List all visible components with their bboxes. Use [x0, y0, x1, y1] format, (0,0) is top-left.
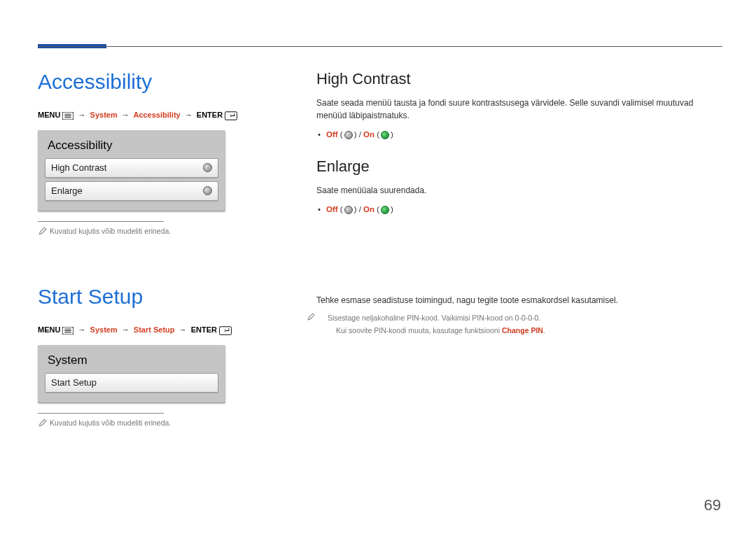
row-label: Start Setup	[51, 377, 97, 388]
toggle-off-icon	[203, 186, 212, 195]
note-text: Sisestage neljakohaline PIN-kood. Vaikim…	[328, 314, 540, 322]
enlarge-heading: Enlarge	[316, 157, 722, 176]
arrow-icon: →	[78, 325, 86, 334]
right-column: High Contrast Saate seada menüü tausta j…	[316, 70, 722, 232]
note-separator	[38, 221, 164, 222]
note-post: .	[543, 326, 545, 335]
enlarge-desc: Saate menüüala suurendada.	[316, 184, 722, 197]
page-number: 69	[704, 496, 721, 514]
dot-off-icon	[344, 206, 353, 214]
pencil-icon	[38, 418, 48, 429]
breadcrumb-enter-label: ENTER	[191, 325, 217, 334]
arrow-icon: →	[78, 111, 86, 119]
option-off: Off	[326, 130, 338, 139]
dot-off-icon	[344, 131, 353, 139]
enter-icon	[225, 111, 237, 120]
option-line: Off () / On ()	[316, 127, 722, 142]
option-on: On	[363, 130, 374, 139]
arrow-icon: →	[185, 111, 192, 119]
high-contrast-heading: High Contrast	[316, 70, 722, 88]
breadcrumb-accessibility: Accessibility	[133, 111, 180, 119]
panel-row-high-contrast[interactable]: High Contrast	[45, 158, 218, 178]
right-start-setup-block: Tehke esmase seadistuse toimingud, nagu …	[316, 294, 722, 337]
option-line: Off () / On ()	[316, 202, 722, 217]
panel-title: Accessibility	[45, 136, 218, 158]
breadcrumb-menu-label: MENU	[38, 325, 60, 334]
menu-icon	[62, 326, 74, 335]
left-column: Accessibility MENU → System → Accessibil…	[38, 70, 283, 429]
enlarge-options: Off () / On ()	[316, 202, 722, 217]
breadcrumb-start-setup: Start Setup	[134, 325, 175, 334]
panel-title: System	[45, 351, 218, 373]
high-contrast-desc: Saate seada menüü tausta ja fondi suure …	[316, 97, 722, 122]
start-setup-desc: Tehke esmase seadistuse toimingud, nagu …	[316, 294, 722, 307]
row-label: High Contrast	[51, 162, 106, 173]
start-setup-note: Kuvatud kujutis võib mudeliti erineda.	[38, 418, 283, 429]
panel-row-enlarge[interactable]: Enlarge	[45, 181, 218, 201]
arrow-icon: →	[122, 325, 130, 334]
accessibility-title: Accessibility	[38, 70, 283, 94]
arrow-icon: →	[122, 111, 130, 119]
option-off: Off	[326, 205, 338, 213]
arrow-icon: →	[179, 325, 187, 334]
start-setup-note-1: Sisestage neljakohaline PIN-kood. Vaikim…	[326, 312, 722, 337]
change-pin-label: Change PIN	[502, 326, 543, 335]
breadcrumb-system: System	[90, 111, 118, 119]
note-text: Kuvatud kujutis võib mudeliti erineda.	[50, 419, 171, 427]
dot-on-icon	[381, 131, 389, 139]
start-setup-breadcrumb: MENU → System → Start Setup → ENTER	[38, 325, 283, 335]
toggle-off-icon	[203, 163, 212, 172]
accessibility-note: Kuvatud kujutis võib mudeliti erineda.	[38, 226, 283, 237]
svg-rect-4	[225, 112, 237, 120]
note-separator	[38, 413, 164, 414]
note-pre: Kui soovite PIN-koodi muuta, kasutage fu…	[336, 326, 502, 335]
breadcrumb-menu-label: MENU	[38, 111, 60, 119]
panel-row-start-setup[interactable]: Start Setup	[45, 373, 218, 393]
note-text-2: Kui soovite PIN-koodi muuta, kasutage fu…	[336, 326, 545, 335]
pencil-icon	[316, 312, 326, 325]
note-text: Kuvatud kujutis võib mudeliti erineda.	[50, 227, 171, 235]
high-contrast-options: Off () / On ()	[316, 127, 722, 142]
accessibility-panel: Accessibility High Contrast Enlarge	[38, 130, 225, 211]
menu-icon	[62, 111, 74, 120]
header-divider	[38, 46, 722, 47]
pencil-icon	[38, 226, 48, 237]
row-label: Enlarge	[51, 185, 83, 196]
svg-rect-9	[219, 327, 231, 335]
enter-icon	[219, 325, 232, 335]
accessibility-breadcrumb: MENU → System → Accessibility → ENTER	[38, 111, 283, 120]
breadcrumb-enter-label: ENTER	[197, 111, 223, 119]
breadcrumb-system: System	[90, 325, 118, 334]
system-panel: System Start Setup	[38, 345, 225, 403]
start-setup-title: Start Setup	[38, 285, 283, 309]
option-on: On	[363, 205, 374, 213]
dot-on-icon	[381, 206, 389, 214]
